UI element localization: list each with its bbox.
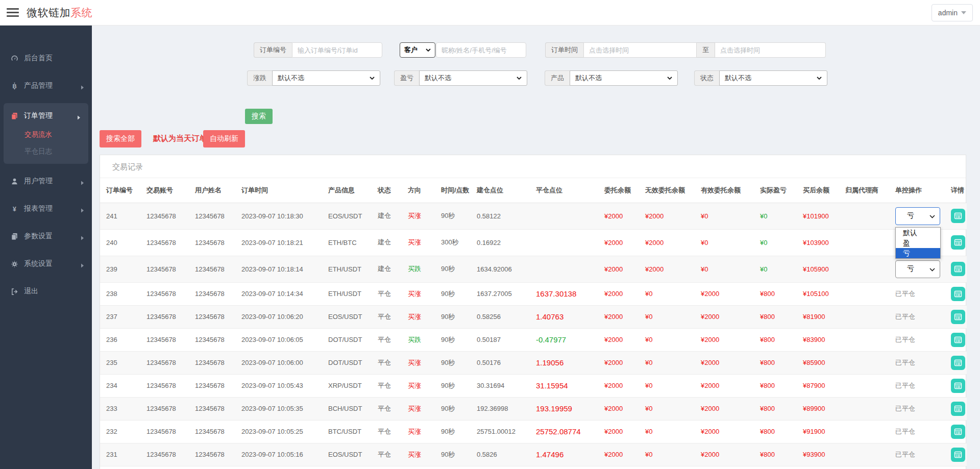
detail-button[interactable] [951,402,965,416]
cell-after-balance: ¥87900 [803,374,845,397]
dropdown-option[interactable]: 默认 [896,228,940,238]
updown-select[interactable]: 默认不选 [272,70,380,86]
cell-valid-entrust: ¥0 [701,256,760,282]
cell-control: 已平仓 [895,328,951,351]
order-time-label: 订单时间 [545,42,583,58]
product-label: 产品 [545,70,570,86]
sidebar-item-system[interactable]: 系统设置 [0,254,92,274]
profit-value: 默认不选 [425,73,451,83]
auto-refresh-button[interactable]: 自动刷新 [203,130,245,147]
time-to-input[interactable] [715,42,826,58]
cell-close-point [536,229,604,256]
detail-button[interactable] [951,425,965,439]
chevron-right-icon [77,113,81,121]
card-title: 交易记录 [100,155,966,178]
cell-valid-entrust: ¥2000 [701,328,760,351]
detail-form-icon [954,336,962,344]
cell-invalid-entrust: ¥0 [645,305,701,328]
trade-records-card: 交易记录 订单编号 交易账号 用户姓名 订单时间 产品信息 状态 方向 时间/点 [100,155,966,469]
single-control-select[interactable]: 亏 [895,260,940,278]
cell-order-time: 2023-09-07 10:18:30 [241,203,328,229]
customer-input[interactable] [436,42,526,58]
user-icon [11,178,18,185]
cell-account: 12345678 [146,374,195,397]
hamburger-menu-icon[interactable] [7,6,19,19]
cell-entrust: ¥2000 [604,351,645,374]
dropdown-option[interactable]: 盈 [896,238,940,248]
sidebar-item-home[interactable]: 后台首页 [0,48,92,68]
sidebar-item-reports[interactable]: ¥ 报表管理 [0,199,92,219]
cell-open-point: 1637.27005 [477,282,536,305]
sidebar-item-users[interactable]: 用户管理 [0,171,92,191]
profit-select[interactable]: 默认不选 [419,70,527,86]
sidebar-item-logout[interactable]: 退出 [0,281,92,302]
col-invalid-entrust: 无效委托余额 [645,178,701,203]
today-orders-note: 默认为当天订单 [153,134,207,143]
cell-actual-profit: ¥800 [760,305,803,328]
cell-order-time: 2023-09-07 10:18:21 [241,229,328,256]
status-select[interactable]: 默认不选 [719,70,827,86]
detail-button[interactable] [951,310,965,324]
product-select[interactable]: 默认不选 [570,70,678,86]
cell-after-balance: ¥91900 [803,420,845,443]
cell-order-time: 2023-09-07 10:05:25 [241,420,328,443]
sidebar-subitem-label: 平仓日志 [24,147,52,156]
cell-order-id: 236 [100,328,146,351]
cell-product: EOS/USDT [328,203,378,229]
detail-button[interactable] [951,379,965,393]
col-valid-entrust: 有效委托余额 [701,178,760,203]
detail-button[interactable] [951,356,965,370]
cell-control: 已平仓 [895,397,951,420]
cell-close-point [536,203,604,229]
sidebar-item-label: 系统设置 [24,259,53,268]
sidebar-item-product[interactable]: B 产品管理 [0,76,92,96]
cell-direction: 买涨 [408,203,441,229]
cell-product: ETH/USDT [328,282,378,305]
cell-control: 已平仓 [895,305,951,328]
sidebar-item-close-log[interactable]: 平仓日志 [4,143,88,160]
table-row: 23912345678123456782023-09-07 10:18:14ET… [100,256,967,282]
sidebar-item-params[interactable]: 参数设置 [0,226,92,246]
cell-account: 12345678 [146,256,195,282]
search-all-button[interactable]: 搜索全部 [100,130,141,147]
cell-entrust: ¥2000 [604,229,645,256]
detail-button[interactable] [951,333,965,347]
cell-order-id: 234 [100,374,146,397]
cell-detail [951,282,967,305]
cell-duration: 90秒 [441,203,477,229]
closed-status-label: 已平仓 [895,405,915,412]
cell-direction: 买涨 [408,397,441,420]
cell-open-point: 0.58122 [477,203,536,229]
single-control-select[interactable]: 亏 [895,207,940,225]
closed-status-label: 已平仓 [895,428,915,435]
dropdown-option[interactable]: 亏 [896,248,940,258]
cell-invalid-entrust: ¥2000 [645,256,701,282]
svg-text:¥: ¥ [13,206,16,213]
sidebar-item-trade-flow[interactable]: 交易流水 [4,126,88,143]
cell-open-point: 0.58256 [477,305,536,328]
cell-open-point: 25751.00012 [477,420,536,443]
cell-account: 12345678 [146,351,195,374]
detail-button[interactable] [951,209,965,223]
col-after-balance: 买后余额 [803,178,845,203]
search-button[interactable]: 搜索 [245,109,273,124]
cell-control: 亏 [895,256,951,282]
detail-button[interactable] [951,262,965,276]
cell-detail [951,443,967,466]
cell-invalid-entrust: ¥0 [645,374,701,397]
customer-type-select[interactable]: 客户 [400,42,435,58]
cell-after-balance: ¥105100 [803,282,845,305]
sidebar-item-orders[interactable]: 订单管理 [4,106,88,126]
order-no-input[interactable] [292,42,382,58]
cell-product: DOT/USDT [328,351,378,374]
detail-button[interactable] [951,235,965,250]
cell-account: 12345678 [146,397,195,420]
time-from-input[interactable] [583,42,697,58]
detail-button[interactable] [951,448,965,462]
app-title: 微软链加系统 [27,6,92,20]
detail-button[interactable] [951,287,965,301]
admin-dropdown[interactable]: admin [932,4,973,21]
cell-detail [951,328,967,351]
cell-open-point: 0.5826 [477,443,536,466]
cell-after-balance: ¥93900 [803,443,845,466]
